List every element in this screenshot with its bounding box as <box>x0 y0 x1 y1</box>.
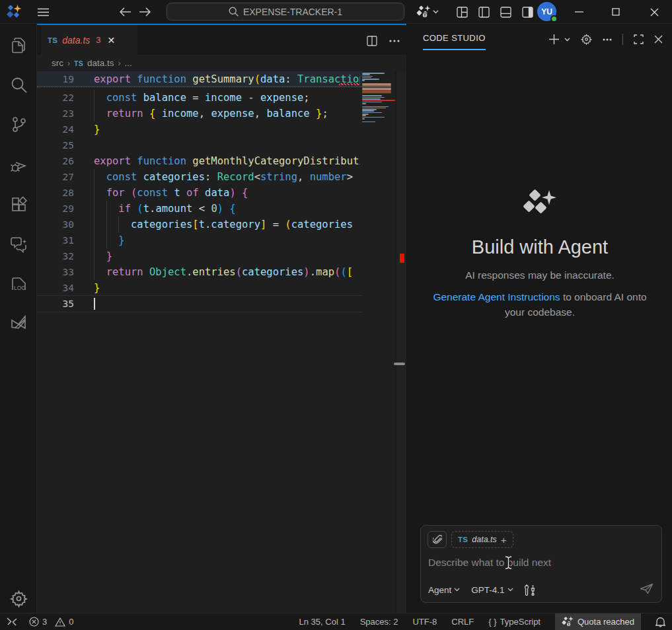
tab-problem-count: 3 <box>96 35 100 45</box>
notifications-bell-icon[interactable] <box>655 617 665 627</box>
model-dropdown[interactable]: GPT-4.1 <box>471 585 513 595</box>
toggle-primary-sidebar-icon[interactable] <box>474 0 494 24</box>
minimap-canvas <box>362 73 395 125</box>
panel-title-tab[interactable]: CODE STUDIO <box>423 28 486 50</box>
line-number: 27 <box>37 169 94 185</box>
warning-icon <box>55 617 65 627</box>
language-mode[interactable]: { } TypeScript <box>488 617 541 627</box>
minimap[interactable] <box>362 73 395 125</box>
breadcrumb-symbol[interactable]: ... <box>125 58 132 68</box>
back-button[interactable] <box>116 0 133 24</box>
code-line-23[interactable]: 23 return { income, expense, balance }; <box>37 106 362 122</box>
line-number: 28 <box>37 185 94 201</box>
line-number: 31 <box>37 232 94 248</box>
source-control-icon[interactable] <box>0 108 37 140</box>
panel-settings-gear-icon[interactable] <box>581 34 592 45</box>
menu-icon[interactable] <box>34 0 52 24</box>
hero-onboarding-text: Generate Agent Instructions to onboard A… <box>424 289 655 320</box>
maximize-panel-icon[interactable] <box>634 34 644 44</box>
tab-filename: data.ts <box>62 35 90 46</box>
search-value: EXPENSE-TRACKER-1 <box>243 7 342 17</box>
line-number: 26 <box>37 153 94 169</box>
tab-data-ts[interactable]: TS data.ts 3 ✕ <box>41 25 137 55</box>
code-studio-panel: CODE STUDIO <box>406 24 672 613</box>
app-window: EXPENSE-TRACKER-1 YU <box>0 0 672 630</box>
toggle-panel-icon[interactable] <box>496 0 515 24</box>
search-icon <box>229 7 239 17</box>
code-line-25[interactable]: 25 <box>37 137 362 153</box>
avatar[interactable]: YU <box>537 2 556 21</box>
chevron-right-icon: › <box>67 59 70 68</box>
close-panel-icon[interactable] <box>654 35 663 44</box>
send-icon[interactable] <box>640 583 653 594</box>
code-line-33[interactable]: 33 return Object.entries(categories).map… <box>37 264 362 280</box>
command-center-search[interactable]: EXPENSE-TRACKER-1 <box>167 3 404 20</box>
code-line-31[interactable]: 31 } <box>37 232 362 248</box>
cursor-position[interactable]: Ln 35, Col 1 <box>299 617 346 627</box>
new-chat-icon[interactable] <box>549 34 559 44</box>
problems-indicator[interactable]: 3 0 <box>29 617 73 627</box>
code-line-22[interactable]: 22 const balance = income - expense; <box>37 90 362 106</box>
toggle-secondary-sidebar-icon[interactable] <box>517 0 537 24</box>
chevron-down-icon[interactable] <box>564 38 570 42</box>
window-minimize-button[interactable] <box>569 0 589 24</box>
add-context-icon[interactable]: + <box>501 534 507 545</box>
breadcrumb-folder[interactable]: src <box>52 58 63 68</box>
generate-agent-instructions-link[interactable]: Generate Agent Instructions <box>433 291 560 302</box>
breadcrumb[interactable]: src › TS data.ts › ... <box>37 55 406 71</box>
app-logo-icon <box>5 0 22 24</box>
line-number: 25 <box>37 137 94 153</box>
line-number: 23 <box>37 106 94 122</box>
indentation[interactable]: Spaces: 2 <box>360 617 398 627</box>
code-lines: 19export function getSummary(data: Trans… <box>37 71 362 312</box>
code-editor[interactable]: 19export function getSummary(data: Trans… <box>37 71 362 613</box>
context-file-chip[interactable]: TS data.ts + <box>451 531 513 548</box>
code-line-24[interactable]: 24} <box>37 122 362 137</box>
forward-button[interactable] <box>136 0 153 24</box>
attach-context-button[interactable] <box>428 531 447 548</box>
code-line-19[interactable]: 19export function getSummary(data: Trans… <box>37 71 362 87</box>
error-marker <box>400 254 404 263</box>
breadcrumb-file[interactable]: data.ts <box>87 58 114 68</box>
dotnet-icon[interactable] <box>0 308 37 339</box>
explorer-icon[interactable] <box>0 29 37 61</box>
extensions-icon[interactable] <box>0 189 37 221</box>
run-and-debug-icon[interactable] <box>0 149 37 181</box>
configure-tools-icon[interactable] <box>525 584 536 596</box>
settings-gear-icon[interactable] <box>0 582 37 614</box>
quota-reached-badge[interactable]: Quota reached <box>555 613 641 630</box>
code-line-27[interactable]: 27 const categories: Record<string, numb… <box>37 169 362 185</box>
code-line-34[interactable]: 34} <box>37 280 362 296</box>
chat-input-box[interactable]: TS data.ts + Describe what to build next… <box>420 525 662 603</box>
remote-indicator[interactable] <box>7 617 17 626</box>
titlebar: EXPENSE-TRACKER-1 YU <box>0 0 672 24</box>
code-line-26[interactable]: 26export function getMonthlyCategoryDist… <box>37 153 362 169</box>
code-line-29[interactable]: 29 if (t.amount < 0) { <box>37 201 362 217</box>
window-maximize-button[interactable] <box>606 0 626 24</box>
eol-sequence[interactable]: CRLF <box>451 617 474 627</box>
customize-layout-icon[interactable] <box>452 0 472 24</box>
code-line-28[interactable]: 28 for (const t of data) { <box>37 185 362 201</box>
ai-chat-icon[interactable] <box>0 228 37 260</box>
hero-disclaimer: AI responses may be inaccurate. <box>408 269 672 281</box>
typescript-file-icon: TS <box>74 59 83 67</box>
split-editor-icon[interactable] <box>367 36 377 46</box>
chat-input-placeholder[interactable]: Describe what to build next <box>428 557 551 569</box>
encoding[interactable]: UTF-8 <box>412 617 437 627</box>
more-actions-icon[interactable] <box>389 40 400 42</box>
log-output-icon[interactable]: LOG <box>0 268 37 300</box>
code-line-35[interactable]: 35 <box>37 296 362 312</box>
code-line-32[interactable]: 32 } <box>37 248 362 264</box>
search-icon[interactable] <box>0 69 37 100</box>
panel-more-actions-icon[interactable] <box>603 38 612 41</box>
tab-bar: TS data.ts 3 ✕ <box>37 24 406 55</box>
agent-sparkle-icon <box>408 189 672 222</box>
tab-close-icon[interactable]: ✕ <box>108 35 116 46</box>
code-line-30[interactable]: 30 categories[t.category] = (categories <box>37 217 362 232</box>
window-close-button[interactable] <box>644 0 664 24</box>
hero-title: Build with Agent <box>408 236 672 258</box>
overview-ruler-scrollbar[interactable] <box>396 71 406 613</box>
ai-status-icon[interactable] <box>416 0 439 24</box>
online-status-dot <box>550 15 558 22</box>
mode-dropdown[interactable]: Agent <box>428 585 460 595</box>
